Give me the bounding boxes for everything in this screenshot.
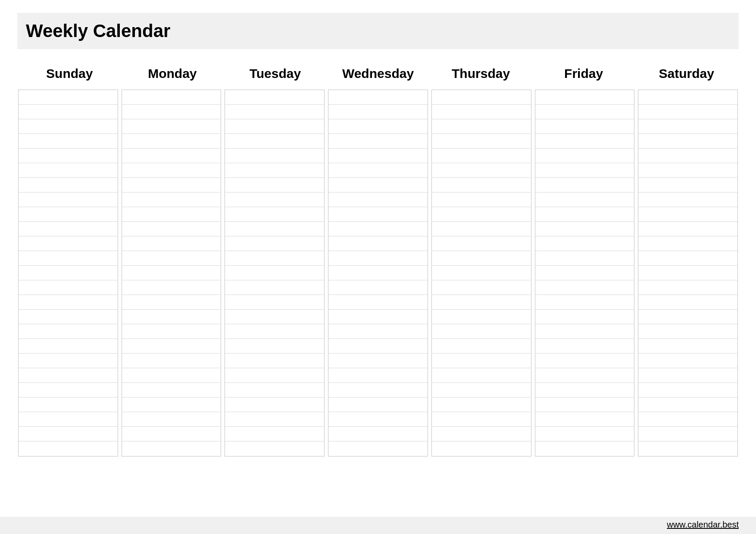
time-row[interactable] bbox=[328, 383, 428, 397]
time-row[interactable] bbox=[432, 207, 531, 222]
time-row[interactable] bbox=[432, 310, 531, 324]
time-row[interactable] bbox=[19, 354, 118, 368]
time-row[interactable] bbox=[328, 339, 428, 354]
time-row[interactable] bbox=[328, 280, 428, 295]
time-row[interactable] bbox=[432, 192, 531, 207]
time-row[interactable] bbox=[225, 105, 324, 119]
time-row[interactable] bbox=[535, 339, 634, 354]
time-row[interactable] bbox=[432, 119, 531, 134]
time-row[interactable] bbox=[328, 105, 428, 119]
time-row[interactable] bbox=[122, 207, 221, 222]
time-row[interactable] bbox=[638, 119, 737, 134]
time-row[interactable] bbox=[535, 397, 634, 412]
time-row[interactable] bbox=[225, 324, 324, 339]
time-row[interactable] bbox=[535, 236, 634, 251]
time-row[interactable] bbox=[535, 178, 634, 192]
time-row[interactable] bbox=[432, 222, 531, 236]
time-row[interactable] bbox=[328, 354, 428, 368]
time-row[interactable] bbox=[328, 324, 428, 339]
time-row[interactable] bbox=[328, 149, 428, 163]
time-row[interactable] bbox=[638, 90, 737, 105]
time-row[interactable] bbox=[638, 324, 737, 339]
time-row[interactable] bbox=[535, 441, 634, 456]
time-row[interactable] bbox=[19, 412, 118, 427]
time-row[interactable] bbox=[535, 149, 634, 163]
time-row[interactable] bbox=[328, 207, 428, 222]
time-row[interactable] bbox=[225, 192, 324, 207]
time-row[interactable] bbox=[432, 397, 531, 412]
time-row[interactable] bbox=[328, 368, 428, 383]
time-row[interactable] bbox=[535, 427, 634, 441]
time-row[interactable] bbox=[225, 397, 324, 412]
time-row[interactable] bbox=[638, 236, 737, 251]
time-row[interactable] bbox=[328, 192, 428, 207]
time-row[interactable] bbox=[535, 251, 634, 266]
time-row[interactable] bbox=[328, 412, 428, 427]
time-row[interactable] bbox=[638, 412, 737, 427]
time-row[interactable] bbox=[225, 280, 324, 295]
time-row[interactable] bbox=[122, 310, 221, 324]
time-row[interactable] bbox=[432, 266, 531, 280]
time-row[interactable] bbox=[432, 149, 531, 163]
time-row[interactable] bbox=[432, 236, 531, 251]
time-row[interactable] bbox=[225, 236, 324, 251]
time-row[interactable] bbox=[225, 441, 324, 456]
time-row[interactable] bbox=[638, 397, 737, 412]
day-column-monday[interactable] bbox=[122, 90, 222, 456]
time-row[interactable] bbox=[122, 324, 221, 339]
time-row[interactable] bbox=[535, 266, 634, 280]
time-row[interactable] bbox=[19, 383, 118, 397]
time-row[interactable] bbox=[638, 105, 737, 119]
time-row[interactable] bbox=[535, 90, 634, 105]
time-row[interactable] bbox=[432, 383, 531, 397]
time-row[interactable] bbox=[19, 105, 118, 119]
time-row[interactable] bbox=[122, 339, 221, 354]
time-row[interactable] bbox=[122, 280, 221, 295]
time-row[interactable] bbox=[225, 295, 324, 310]
time-row[interactable] bbox=[638, 192, 737, 207]
time-row[interactable] bbox=[432, 134, 531, 149]
time-row[interactable] bbox=[535, 354, 634, 368]
time-row[interactable] bbox=[122, 368, 221, 383]
time-row[interactable] bbox=[638, 207, 737, 222]
time-row[interactable] bbox=[19, 251, 118, 266]
time-row[interactable] bbox=[19, 222, 118, 236]
time-row[interactable] bbox=[638, 266, 737, 280]
time-row[interactable] bbox=[535, 192, 634, 207]
time-row[interactable] bbox=[122, 178, 221, 192]
time-row[interactable] bbox=[638, 295, 737, 310]
time-row[interactable] bbox=[638, 310, 737, 324]
time-row[interactable] bbox=[638, 222, 737, 236]
time-row[interactable] bbox=[638, 163, 737, 178]
time-row[interactable] bbox=[328, 295, 428, 310]
time-row[interactable] bbox=[432, 295, 531, 310]
time-row[interactable] bbox=[19, 192, 118, 207]
time-row[interactable] bbox=[19, 427, 118, 441]
time-row[interactable] bbox=[122, 236, 221, 251]
time-row[interactable] bbox=[535, 134, 634, 149]
time-row[interactable] bbox=[19, 397, 118, 412]
time-row[interactable] bbox=[328, 236, 428, 251]
time-row[interactable] bbox=[432, 368, 531, 383]
time-row[interactable] bbox=[432, 163, 531, 178]
time-row[interactable] bbox=[432, 427, 531, 441]
time-row[interactable] bbox=[225, 383, 324, 397]
time-row[interactable] bbox=[638, 368, 737, 383]
time-row[interactable] bbox=[225, 310, 324, 324]
time-row[interactable] bbox=[638, 134, 737, 149]
time-row[interactable] bbox=[535, 368, 634, 383]
day-column-wednesday[interactable] bbox=[328, 90, 428, 456]
time-row[interactable] bbox=[535, 412, 634, 427]
time-row[interactable] bbox=[225, 427, 324, 441]
time-row[interactable] bbox=[535, 222, 634, 236]
time-row[interactable] bbox=[122, 90, 221, 105]
time-row[interactable] bbox=[535, 207, 634, 222]
time-row[interactable] bbox=[638, 178, 737, 192]
time-row[interactable] bbox=[19, 178, 118, 192]
time-row[interactable] bbox=[225, 339, 324, 354]
time-row[interactable] bbox=[638, 354, 737, 368]
time-row[interactable] bbox=[19, 280, 118, 295]
time-row[interactable] bbox=[225, 90, 324, 105]
time-row[interactable] bbox=[535, 163, 634, 178]
time-row[interactable] bbox=[638, 383, 737, 397]
